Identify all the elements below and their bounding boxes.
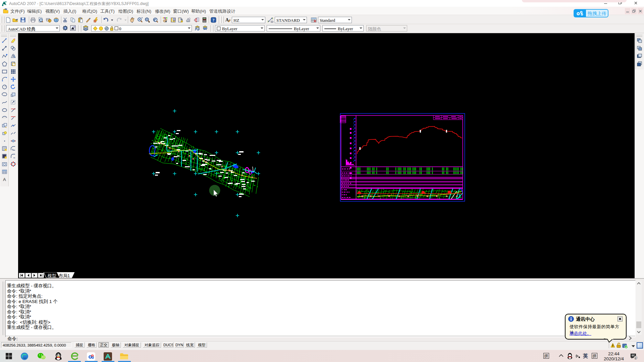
svg-text:?: ?: [213, 18, 215, 22]
svg-text:A: A: [3, 177, 6, 182]
svg-text:2: 2: [635, 356, 636, 360]
